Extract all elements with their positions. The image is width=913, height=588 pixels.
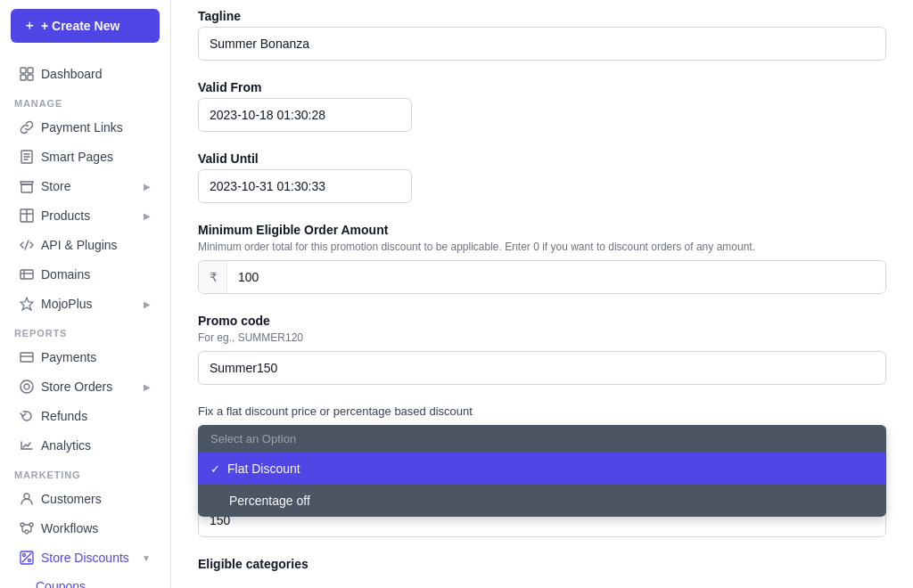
- smart-pages-icon: [20, 150, 34, 164]
- dropdown-option-percentage[interactable]: Percentage off: [198, 485, 886, 517]
- sidebar-item-store-orders[interactable]: Store Orders ▶: [5, 372, 165, 401]
- svg-point-23: [25, 530, 29, 534]
- mojoplus-arrow-icon: ▶: [144, 299, 151, 309]
- percentage-off-option-label: Percentage off: [229, 494, 310, 508]
- discount-type-description: Fix a flat discount price or percentage …: [198, 404, 886, 418]
- store-discounts-label: Store Discounts: [41, 551, 129, 565]
- valid-until-label: Valid Until: [198, 151, 886, 166]
- store-discounts-arrow-icon: ▼: [142, 553, 151, 563]
- api-plugins-label: API & Plugins: [41, 238, 118, 252]
- customers-icon: [20, 492, 34, 506]
- customers-label: Customers: [41, 492, 102, 506]
- payment-links-label: Payment Links: [41, 120, 123, 135]
- refunds-icon: [20, 409, 34, 423]
- promo-code-sublabel: For eg., SUMMER120: [198, 331, 886, 344]
- svg-point-18: [21, 380, 33, 393]
- svg-rect-3: [28, 75, 33, 80]
- promo-code-section: Promo code For eg., SUMMER120: [198, 314, 886, 385]
- discount-dropdown-wrapper: ▼ Select an Option ✓ Flat Discount Perce…: [198, 425, 886, 459]
- sidebar-navigation: Dashboard MANAGE Payment Links Smart Pag…: [0, 52, 170, 588]
- create-new-button[interactable]: ＋ + Create New: [11, 9, 160, 43]
- store-discounts-icon: [20, 551, 34, 565]
- coupons-label: Coupons: [36, 579, 86, 588]
- valid-from-input[interactable]: [198, 98, 412, 132]
- analytics-label: Analytics: [41, 438, 91, 453]
- dashboard-label: Dashboard: [41, 67, 103, 81]
- tagline-section: Tagline: [198, 9, 886, 61]
- mojoplus-label: MojoPlus: [41, 297, 93, 311]
- sidebar-item-refunds[interactable]: Refunds: [5, 402, 165, 430]
- svg-point-24: [23, 554, 26, 557]
- eligible-categories-label: Eligible categories: [198, 557, 886, 571]
- payments-label: Payments: [41, 350, 96, 364]
- workflows-label: Workflows: [41, 521, 98, 535]
- marketing-section-label: MARKETING: [0, 461, 170, 484]
- store-orders-label: Store Orders: [41, 380, 112, 394]
- sidebar-item-payment-links[interactable]: Payment Links: [5, 113, 165, 142]
- valid-until-section: Valid Until: [198, 151, 886, 203]
- domains-icon: [20, 267, 34, 282]
- svg-rect-2: [21, 75, 26, 80]
- svg-marker-15: [21, 298, 33, 310]
- sidebar-item-products[interactable]: Products ▶: [5, 201, 165, 230]
- min-order-section: Minimum Eligible Order Amount Minimum or…: [198, 223, 886, 294]
- sidebar-item-smart-pages[interactable]: Smart Pages: [5, 143, 165, 171]
- api-icon: [20, 238, 34, 252]
- svg-rect-12: [21, 270, 33, 279]
- currency-prefix: ₹: [199, 261, 227, 293]
- tagline-input[interactable]: [198, 27, 886, 61]
- link-icon: [20, 120, 34, 135]
- svg-line-11: [25, 241, 29, 249]
- discount-dropdown-menu: Select an Option ✓ Flat Discount Percent…: [198, 425, 886, 517]
- products-arrow-icon: ▶: [144, 211, 151, 221]
- store-label: Store: [41, 179, 70, 193]
- products-icon: [20, 208, 34, 223]
- sidebar-item-workflows[interactable]: Workflows: [5, 514, 165, 543]
- dropdown-header-label: Select an Option: [198, 425, 886, 453]
- refunds-label: Refunds: [41, 409, 87, 423]
- min-order-label: Minimum Eligible Order Amount: [198, 223, 886, 237]
- dashboard-icon: [20, 67, 34, 81]
- reports-section-label: REPORTS: [0, 319, 170, 342]
- store-orders-icon: [20, 380, 34, 394]
- sidebar-item-store-discounts[interactable]: Store Discounts ▼: [5, 543, 165, 572]
- valid-until-input[interactable]: [198, 169, 412, 203]
- workflows-icon: [20, 521, 34, 535]
- checkmark-icon: ✓: [210, 462, 220, 476]
- valid-from-label: Valid From: [198, 80, 886, 94]
- create-button-label: + Create New: [41, 19, 119, 33]
- sidebar-item-domains[interactable]: Domains: [5, 260, 165, 289]
- promo-code-label: Promo code: [198, 314, 886, 328]
- store-orders-arrow-icon: ▶: [144, 382, 151, 392]
- domains-label: Domains: [41, 267, 90, 282]
- sidebar-item-coupons[interactable]: Coupons: [0, 573, 170, 588]
- valid-from-section: Valid From: [198, 80, 886, 132]
- min-order-input[interactable]: [227, 261, 885, 293]
- min-order-sublabel: Minimum order total for this promotion d…: [198, 241, 886, 253]
- products-label: Products: [41, 208, 90, 223]
- sidebar-item-store[interactable]: Store ▶: [5, 172, 165, 200]
- dropdown-option-flat[interactable]: ✓ Flat Discount: [198, 453, 886, 485]
- sidebar: ＋ + Create New Dashboard MANAGE Payment …: [0, 0, 171, 588]
- promo-code-input[interactable]: [198, 351, 886, 385]
- sidebar-item-payments[interactable]: Payments: [5, 343, 165, 372]
- payments-icon: [20, 350, 34, 364]
- sidebar-item-analytics[interactable]: Analytics: [5, 431, 165, 460]
- smart-pages-label: Smart Pages: [41, 150, 113, 164]
- svg-rect-16: [21, 353, 33, 362]
- svg-point-19: [24, 384, 29, 389]
- eligible-categories-section: Eligible categories: [198, 557, 886, 571]
- manage-section-label: MANAGE: [0, 89, 170, 112]
- sidebar-item-mojoplus[interactable]: MojoPlus ▶: [5, 290, 165, 318]
- sidebar-item-dashboard[interactable]: Dashboard: [5, 60, 165, 88]
- sidebar-item-customers[interactable]: Customers: [5, 485, 165, 513]
- flat-discount-option-label: Flat Discount: [227, 461, 300, 476]
- store-icon: [20, 179, 34, 193]
- sidebar-item-api-plugins[interactable]: API & Plugins: [5, 231, 165, 259]
- store-arrow-icon: ▶: [144, 182, 151, 192]
- main-content: Tagline Valid From Valid Until Minimum E…: [171, 0, 913, 588]
- discount-type-section: Fix a flat discount price or percentage …: [198, 404, 886, 459]
- min-order-input-wrapper: ₹: [198, 260, 886, 294]
- plus-icon: ＋: [23, 18, 36, 34]
- svg-point-25: [29, 559, 31, 562]
